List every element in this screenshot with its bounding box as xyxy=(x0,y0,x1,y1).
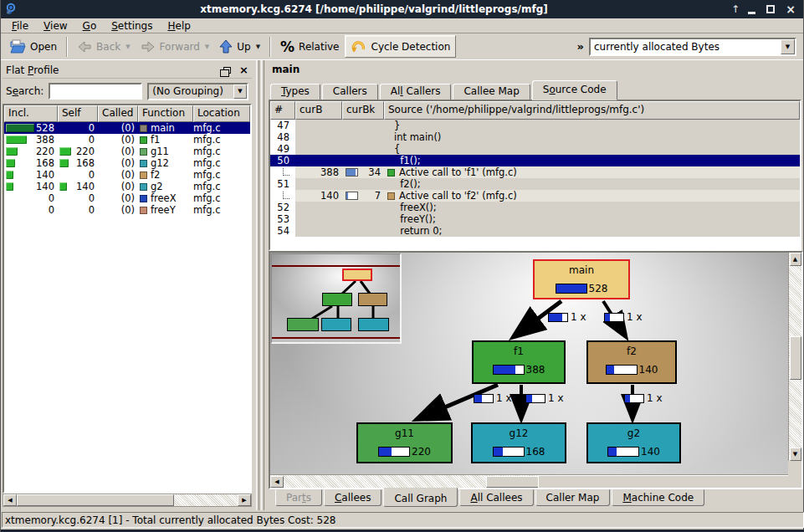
scroll-up-icon[interactable]: ▲ xyxy=(790,253,801,266)
graph-node-g2[interactable]: g2 140 xyxy=(586,422,681,463)
dock-title-bar[interactable]: Flat Profile × xyxy=(3,62,252,79)
open-button[interactable]: Open xyxy=(4,35,62,58)
title-bar[interactable]: xtmemory.kcg.6274 [/home/philippe/valgri… xyxy=(1,0,803,18)
graph-node-main[interactable]: main 528 xyxy=(533,259,630,299)
source-line[interactable]: 53 freeY(); xyxy=(270,213,800,225)
column-header-curbk[interactable]: curBk xyxy=(342,101,384,120)
table-row[interactable]: 528 0 (0) main mfg.c xyxy=(4,122,250,134)
cost-bar xyxy=(59,182,67,191)
scrollbar-thumb[interactable] xyxy=(17,494,174,506)
column-header-source[interactable]: Source ('/home/philippe/valgrind/littlep… xyxy=(384,101,800,120)
up-button[interactable]: Up ▼ xyxy=(214,35,265,58)
graph-node-f1[interactable]: f1 388 xyxy=(472,340,566,384)
source-line[interactable]: 49 { xyxy=(270,143,800,155)
tab-all-callers[interactable]: All Callers xyxy=(380,84,452,100)
horizontal-scrollbar[interactable]: ◀ ▶ xyxy=(270,474,788,488)
back-button[interactable]: Back ▼ xyxy=(72,35,136,58)
event-type-combobox[interactable]: currently allocated Bytes ▼ xyxy=(589,38,796,56)
menu-file[interactable]: File xyxy=(4,19,36,33)
up-dropdown-icon[interactable]: ▼ xyxy=(256,43,260,50)
vertical-splitter[interactable] xyxy=(253,60,267,510)
column-header-location[interactable]: Location xyxy=(193,105,250,122)
scroll-left-icon[interactable]: ◀ xyxy=(270,476,284,488)
cost-bar xyxy=(6,147,18,156)
source-line[interactable]: 48 int main() xyxy=(270,131,800,143)
tab-source-code[interactable]: Source Code xyxy=(532,80,617,100)
scroll-right-icon[interactable]: ▶ xyxy=(538,475,803,489)
function-color-swatch xyxy=(140,207,147,214)
dock-title: Flat Profile xyxy=(6,64,223,76)
minimize-button[interactable] xyxy=(748,5,760,14)
tab-callee-map[interactable]: Callee Map xyxy=(453,84,530,100)
minimap-node-main xyxy=(342,269,372,281)
active-call-line[interactable]: 388 34 Active call to 'f1' (mfg.c) xyxy=(270,166,800,178)
tab-machine-code[interactable]: Machine Code xyxy=(612,489,704,506)
graph-node-f2[interactable]: f2 140 xyxy=(586,340,677,384)
tab-parts[interactable]: Parts xyxy=(275,489,322,506)
window-title: xtmemory.kcg.6274 [/home/philippe/valgri… xyxy=(18,3,730,15)
forward-dropdown-icon[interactable]: ▼ xyxy=(205,43,209,50)
table-row[interactable]: 168 168 (0) g12 mfg.c xyxy=(4,157,250,169)
menu-help[interactable]: Help xyxy=(160,19,197,33)
scrollbar-thumb[interactable] xyxy=(790,336,801,380)
back-dropdown-icon[interactable]: ▼ xyxy=(125,43,130,50)
cost-bar xyxy=(549,314,562,321)
graph-overview-minimap[interactable] xyxy=(271,253,402,344)
menu-settings[interactable]: Settings xyxy=(104,19,160,33)
scroll-down-icon[interactable]: ▼ xyxy=(790,448,801,461)
close-button[interactable]: × xyxy=(785,3,796,15)
search-input[interactable] xyxy=(49,83,142,100)
table-row[interactable]: 0 0 (0) freeY mfg.c xyxy=(4,204,250,216)
source-line[interactable]: 52 freeX(); xyxy=(270,202,800,213)
call-graph-canvas[interactable]: main 528 f1 388 f2 140 g11 220 xyxy=(270,253,788,474)
grouping-combobox[interactable]: (No Grouping) ▼ xyxy=(147,83,248,100)
relative-button[interactable]: % Relative xyxy=(275,35,344,58)
scroll-left-icon[interactable]: ◀ xyxy=(3,494,17,506)
table-row[interactable]: 0 0 (0) freeX mfg.c xyxy=(4,192,250,204)
grouping-dropdown-button[interactable]: ▼ xyxy=(233,84,247,99)
source-line[interactable]: 47 } xyxy=(270,120,800,131)
tab-callers[interactable]: Callers xyxy=(322,84,378,100)
forward-label: Forward xyxy=(160,41,200,53)
column-header-called[interactable]: Called xyxy=(98,105,138,122)
cost-bar xyxy=(608,448,617,456)
graph-node-g12[interactable]: g12 168 xyxy=(471,422,566,463)
source-line[interactable]: 54 return 0; xyxy=(270,225,800,237)
shade-button[interactable]: ↑ xyxy=(730,3,741,15)
column-header-function[interactable]: Function xyxy=(138,105,193,122)
source-line-selected[interactable]: 50 f1(); xyxy=(270,155,800,166)
cost-bar xyxy=(59,159,69,167)
column-header-self[interactable]: Self xyxy=(58,105,98,122)
cycle-detection-button[interactable]: Cycle Detection xyxy=(345,35,457,58)
toolbar: Open Back ▼ Forward ▼ Up ▼ % Rela xyxy=(1,33,803,60)
tree-branch-icon xyxy=(283,168,289,176)
vertical-scrollbar[interactable]: ▲ ▼ xyxy=(788,253,801,461)
detach-icon[interactable] xyxy=(223,67,231,74)
menu-view[interactable]: View xyxy=(36,19,74,33)
dock-close-icon[interactable]: × xyxy=(239,65,248,75)
tab-all-callees[interactable]: All Callees xyxy=(459,489,533,506)
forward-button[interactable]: Forward ▼ xyxy=(136,35,215,58)
tab-caller-map[interactable]: Caller Map xyxy=(535,489,611,506)
column-header-curb[interactable]: curB xyxy=(295,101,342,120)
minimap-node-g2 xyxy=(358,318,389,331)
horizontal-scrollbar[interactable]: ◀ ▶ xyxy=(3,494,252,507)
graph-node-g11[interactable]: g11 220 xyxy=(356,422,453,463)
maximize-button[interactable] xyxy=(766,5,778,13)
function-color-swatch xyxy=(140,171,147,179)
source-line[interactable]: 51 f2(); xyxy=(270,178,800,190)
tab-types[interactable]: Types xyxy=(270,84,320,100)
table-row[interactable]: 140 0 (0) f2 mfg.c xyxy=(4,169,250,181)
toolbar-overflow-icon[interactable]: » xyxy=(577,40,584,53)
table-row[interactable]: 388 0 (0) f1 mfg.c xyxy=(4,134,250,146)
column-header-incl[interactable]: Incl. xyxy=(4,105,58,122)
tab-callees[interactable]: Callees xyxy=(324,489,382,506)
column-header-line[interactable]: # xyxy=(270,101,295,120)
active-call-line[interactable]: 140 7 Active call to 'f2' (mfg.c) xyxy=(270,190,800,202)
table-row[interactable]: 220 220 (0) g11 mfg.c xyxy=(4,146,250,157)
event-type-dropdown-button[interactable]: ▼ xyxy=(781,39,795,54)
scroll-right-icon[interactable]: ▶ xyxy=(238,494,251,506)
tab-call-graph[interactable]: Call Graph xyxy=(383,488,458,507)
table-row[interactable]: 140 140 (0) g2 mfg.c xyxy=(4,181,250,192)
menu-go[interactable]: Go xyxy=(75,19,105,33)
